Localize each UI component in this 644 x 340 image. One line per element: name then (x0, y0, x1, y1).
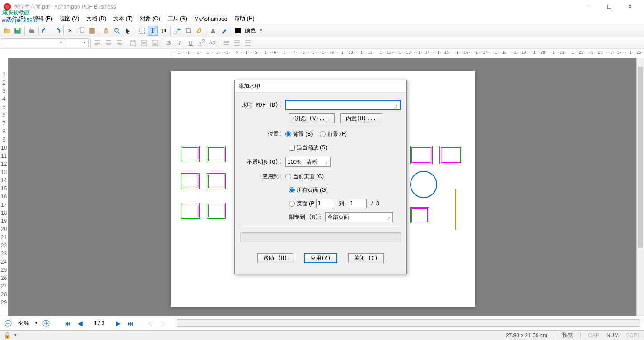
zoom-icon[interactable] (112, 26, 122, 36)
lock-icon: 🔓 (4, 332, 11, 339)
text-field-icon[interactable]: T▮ (159, 26, 168, 36)
maximize-button[interactable]: ☐ (599, 0, 620, 14)
title-bar: 医疗室立面.pdf - Ashampoo PDF Business ─ ☐ ✕ (0, 0, 644, 14)
print-icon[interactable] (27, 26, 37, 36)
browse-button[interactable]: 浏览 (W)... (289, 113, 335, 123)
opacity-select[interactable]: 100% - 清晰⌄ (285, 157, 331, 167)
align-center-icon[interactable] (103, 38, 113, 48)
dialog-title: 添加水印 (235, 80, 406, 93)
first-page-button[interactable]: ⏮ (63, 319, 72, 328)
line-spacing-3-icon[interactable] (243, 38, 253, 48)
svg-rect-13 (235, 28, 241, 33)
app-icon (4, 3, 11, 10)
redo-icon[interactable] (51, 26, 61, 36)
menu-tools[interactable]: 工具 (S) (165, 14, 190, 24)
main-toolbar: ✂ T T▮ T+ 颜色 ▼ (0, 24, 644, 37)
color-dropdown-arrow[interactable]: ▼ (257, 28, 265, 33)
menu-text[interactable]: 文本 (T) (111, 14, 135, 24)
apply-button[interactable]: 应用(A) (304, 253, 337, 263)
watermark-pdf-label: 水印 PDF (D): (240, 101, 285, 109)
superscript-icon[interactable]: A2 (196, 38, 206, 48)
foreground-radio[interactable]: 前景 (F) (320, 130, 347, 138)
menu-myashampoo[interactable]: MyAshampoo (191, 15, 230, 23)
ruler-vertical: 1234567891011121314151617181920212223242… (0, 58, 8, 316)
page-range-radio[interactable]: 页面 (P (289, 200, 314, 208)
paste-icon[interactable] (87, 26, 97, 36)
page-to-input[interactable]: 1 (349, 199, 367, 208)
font-size-combo[interactable]: ▼ (66, 38, 89, 47)
bold-icon[interactable]: B (164, 38, 174, 48)
color-swatch-icon[interactable] (233, 26, 243, 36)
stamp-icon[interactable] (208, 26, 218, 36)
limit-to-select[interactable]: 全部页面⌄ (325, 212, 393, 222)
line-spacing-1-icon[interactable] (221, 38, 231, 48)
lock-dropdown-arrow[interactable]: ▼ (14, 333, 17, 337)
svg-rect-10 (139, 28, 145, 33)
limit-to-label: 限制到 (R): (289, 213, 322, 221)
text-box-icon[interactable]: T+ (173, 26, 182, 36)
line-spacing-2-icon[interactable] (232, 38, 242, 48)
valign-top-icon[interactable] (128, 38, 138, 48)
zoom-out-button[interactable] (4, 319, 13, 328)
scrollbar-horizontal[interactable] (177, 319, 640, 327)
pointer-icon[interactable] (123, 26, 133, 36)
help-button[interactable]: 帮助 (H) (257, 253, 293, 263)
fit-scale-checkbox[interactable]: 适当缩放 (S) (289, 144, 327, 151)
background-radio[interactable]: 背景 (B) (285, 130, 313, 138)
svg-line-9 (118, 32, 120, 33)
undo-icon[interactable] (41, 26, 51, 36)
scrollbar-vertical[interactable] (636, 58, 644, 316)
text-tool-icon[interactable]: T (148, 26, 158, 36)
subscript-icon[interactable]: A2 (207, 38, 217, 48)
format-toolbar: ▼ ▼ B I U A2 A2 (0, 37, 644, 49)
page-from-input[interactable]: 1 (316, 199, 334, 208)
valign-middle-icon[interactable] (139, 38, 149, 48)
font-family-combo[interactable]: ▼ (2, 38, 65, 47)
menu-help[interactable]: 帮助 (H) (232, 14, 257, 24)
page-indicator: 1 / 3 (89, 320, 110, 326)
forward-button[interactable]: ▷ (159, 319, 168, 328)
menu-view[interactable]: 视图 (V) (57, 14, 82, 24)
svg-rect-2 (29, 30, 34, 33)
zoom-in-button[interactable] (42, 319, 51, 328)
next-page-button[interactable]: ▶ (113, 319, 122, 328)
close-button[interactable]: ✕ (620, 0, 640, 14)
add-watermark-dialog: 添加水印 水印 PDF (D): ⌄ 浏览 (W)... 内置(U)... 位置… (234, 80, 407, 274)
status-bar: 🔓 ▼ 27.90 x 21.59 cm 预览 CAP NUM SCRL (0, 330, 644, 340)
save-icon[interactable] (13, 26, 23, 36)
svg-rect-1 (16, 28, 19, 30)
menu-document[interactable]: 文档 (D) (84, 14, 109, 24)
status-dimensions: 27.90 x 21.59 cm (506, 332, 547, 339)
last-page-button[interactable]: ⏭ (126, 319, 135, 328)
zoom-dropdown-arrow[interactable]: ▼ (34, 321, 38, 325)
italic-icon[interactable]: I (175, 38, 185, 48)
underline-icon[interactable]: U (186, 38, 196, 48)
menu-object[interactable]: 对象 (O) (137, 14, 163, 24)
current-page-radio[interactable]: 当前页面 (C) (285, 173, 324, 180)
window-title: 医疗室立面.pdf - Ashampoo PDF Business (14, 3, 578, 11)
dialog-status-field (240, 232, 401, 242)
builtin-button[interactable]: 内置(U)... (340, 113, 382, 123)
close-dialog-button[interactable]: 关闭 (C) (348, 253, 384, 263)
crop-icon[interactable] (183, 26, 193, 36)
valign-bottom-icon[interactable] (150, 38, 160, 48)
watermark-pdf-combo[interactable]: ⌄ (285, 100, 401, 110)
svg-rect-17 (141, 40, 147, 46)
all-pages-radio[interactable]: 所有页面 (G) (289, 186, 328, 194)
select-object-icon[interactable] (137, 26, 147, 36)
hand-icon[interactable] (101, 26, 111, 36)
copy-icon[interactable] (76, 26, 86, 36)
open-icon[interactable] (2, 26, 12, 36)
minimize-button[interactable]: ─ (578, 0, 599, 14)
align-left-icon[interactable] (93, 38, 103, 48)
back-button[interactable]: ◁ (146, 319, 155, 328)
cut-icon[interactable]: ✂ (65, 26, 75, 36)
link-icon[interactable] (194, 26, 204, 36)
pen-icon[interactable] (219, 26, 229, 36)
apply-to-label: 应用到: (240, 173, 285, 180)
align-right-icon[interactable] (114, 38, 124, 48)
menu-file[interactable]: 文件 (F) (4, 14, 28, 24)
menu-edit[interactable]: 编辑 (E) (30, 14, 55, 24)
status-scrl: SCRL (626, 332, 640, 339)
prev-page-button[interactable]: ◀ (76, 319, 85, 328)
